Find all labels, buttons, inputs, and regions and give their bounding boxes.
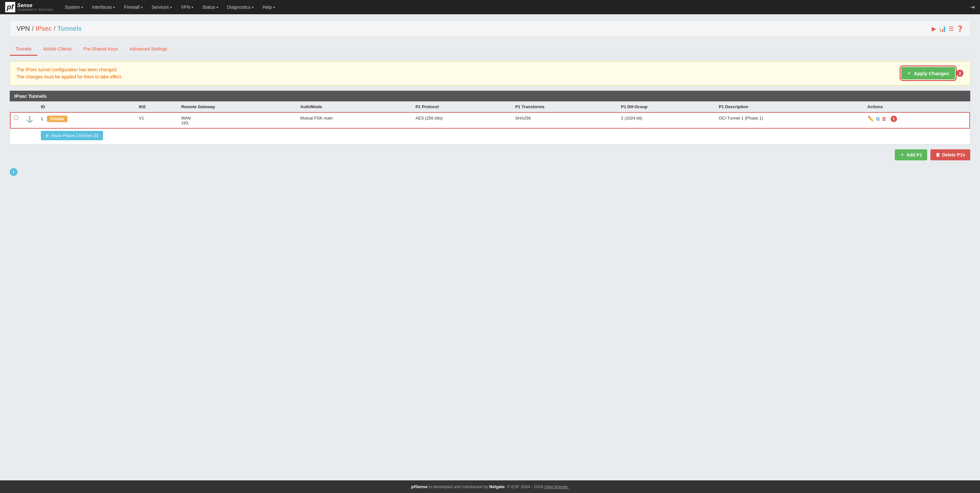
checkmark-icon: ✓ [907, 70, 911, 76]
nav-vpn[interactable]: VPN ▾ [177, 3, 197, 12]
logout-icon[interactable]: ⇥ [970, 3, 975, 11]
help-icon[interactable]: ❓ [956, 25, 964, 32]
delete-p1s-trash-icon: 🗑 [935, 152, 940, 157]
copy-icon[interactable]: ⧉ [876, 116, 880, 122]
tunnels-table: ID IKE Remote Gateway Auth/Mode P1 Proto… [10, 101, 970, 144]
col-p1-transforms: P1 Transforms [511, 101, 617, 113]
table-header-row: ID IKE Remote Gateway Auth/Mode P1 Proto… [10, 101, 970, 113]
table-wrapper: ID IKE Remote Gateway Auth/Mode P1 Proto… [10, 101, 970, 145]
nav-interfaces[interactable]: Interfaces ▾ [88, 3, 119, 12]
col-auth-mode: Auth/Mode [296, 101, 412, 113]
nav-system[interactable]: System ▾ [61, 3, 87, 12]
tab-pre-shared-keys[interactable]: Pre-Shared Keys [78, 43, 124, 56]
col-p1-description: P1 Description [715, 101, 864, 113]
breadcrumb-icons: ▶ 📊 ☰ ❓ [932, 25, 964, 32]
row-checkbox[interactable] [14, 116, 18, 120]
row-p1-dh-group: 2 (1024 bit) [617, 112, 715, 128]
row-remote-gateway: WAN 193. [177, 112, 296, 128]
footer-middle: is developed and maintained by [428, 484, 489, 489]
alert-text: The IPsec tunnel configuration has been … [16, 66, 123, 81]
alert-line2: The changes must be applied for them to … [16, 73, 123, 80]
row-ike: V1 [135, 112, 177, 128]
row-actions: ✏️ ⧉ 🗑 1 [864, 112, 970, 128]
show-phase2-button[interactable]: ⊕ Show Phase 2 Entries (0) [41, 131, 103, 140]
table-row: ⚓ 1 Disable V1 WAN 193. Mutual PSK [10, 112, 970, 128]
nav-items: System ▾ Interfaces ▾ Firewall ▾ Service… [61, 3, 970, 12]
play-icon[interactable]: ▶ [932, 25, 936, 32]
anchor-icon[interactable]: ⚓ [26, 116, 33, 122]
phase2-row: ⊕ Show Phase 2 Entries (0) [10, 128, 970, 144]
apply-changes-badge: 2 [956, 70, 964, 77]
show-phase2-label: Show Phase 2 Entries (0) [51, 133, 99, 138]
phase2-cell: ⊕ Show Phase 2 Entries (0) [37, 128, 970, 144]
row-p1-protocol: AES (256 bits) [412, 112, 511, 128]
nav-help[interactable]: Help ▾ [259, 3, 279, 12]
add-p1-button[interactable]: ＋ Add P1 [895, 149, 927, 160]
row-id: 1 [41, 116, 43, 121]
col-id: ID [37, 101, 135, 113]
nav-services[interactable]: Services ▾ [148, 3, 176, 12]
breadcrumb-sep2: / [54, 25, 56, 32]
bottom-buttons: ＋ Add P1 🗑 Delete P1s [10, 145, 970, 165]
chart-icon[interactable]: 📊 [939, 25, 946, 32]
nav-status[interactable]: Status ▾ [198, 3, 222, 12]
navbar: pf Sense COMMUNITY EDITION System ▾ Inte… [0, 0, 980, 14]
col-remote-gateway: Remote Gateway [177, 101, 296, 113]
row-rg-line2: 193. [181, 120, 293, 125]
brand-text: Sense COMMUNITY EDITION [17, 3, 53, 11]
nav-firewall[interactable]: Firewall ▾ [120, 3, 146, 12]
actions-cell: ✏️ ⧉ 🗑 1 [867, 116, 966, 122]
footer-text: pfSense is developed and maintained by N… [411, 484, 569, 489]
delete-p1s-button[interactable]: 🗑 Delete P1s [931, 149, 970, 160]
plus-icon: ⊕ [45, 133, 49, 138]
apply-changes-label: Apply Changes [914, 71, 949, 76]
table-section-header: IPsec Tunnels [10, 91, 970, 101]
add-p1-label: Add P1 [907, 152, 922, 157]
row-status-cell: 1 Disable [37, 112, 135, 128]
tab-mobile-clients[interactable]: Mobile Clients [37, 43, 78, 56]
footer-pfsense: pfSense [411, 484, 428, 489]
phase2-empty [10, 128, 37, 144]
breadcrumb-tunnels: Tunnels [57, 25, 82, 32]
row-anchor-cell: ⚓ [22, 112, 37, 128]
col-checkbox [10, 101, 22, 113]
col-actions: Actions [864, 101, 970, 113]
info-icon[interactable]: i [10, 168, 18, 176]
breadcrumb-sep1: / [32, 25, 34, 32]
row-rg-line1: WAN [181, 116, 293, 120]
delete-p1s-label: Delete P1s [942, 152, 965, 157]
tabs-bar: Tunnels Mobile Clients Pre-Shared Keys A… [10, 43, 970, 56]
edit-icon[interactable]: ✏️ [867, 116, 874, 122]
breadcrumb-bar: VPN / IPsec / Tunnels ▶ 📊 ☰ ❓ [10, 21, 970, 36]
footer: pfSense is developed and maintained by N… [0, 480, 980, 493]
breadcrumb-ipsec[interactable]: IPsec [36, 25, 52, 32]
list-icon[interactable]: ☰ [948, 25, 954, 32]
footer-view-license[interactable]: View license. [544, 484, 569, 489]
row-badge: 1 [891, 116, 897, 122]
col-ike: IKE [135, 101, 177, 113]
footer-netgate: Netgate [489, 484, 505, 489]
breadcrumb: VPN / IPsec / Tunnels [16, 25, 82, 32]
row-p1-transforms: SHA256 [511, 112, 617, 128]
row-auth-mode: Mutual PSK main [296, 112, 412, 128]
breadcrumb-vpn: VPN [16, 25, 30, 32]
tab-advanced-settings[interactable]: Advanced Settings [124, 43, 173, 56]
footer-after: . © ESF 2004 - 2024 [504, 484, 544, 489]
add-p1-plus-icon: ＋ [900, 152, 905, 158]
nav-diagnostics[interactable]: Diagnostics ▾ [223, 3, 257, 12]
col-p1-protocol: P1 Protocol [412, 101, 511, 113]
alert-box: The IPsec tunnel configuration has been … [10, 61, 970, 86]
row-p1-description: OCI Tunnel 1 (Phase 1) [715, 112, 864, 128]
disable-badge[interactable]: Disable [47, 116, 67, 122]
page-content: VPN / IPsec / Tunnels ▶ 📊 ☰ ❓ Tunnels Mo… [0, 14, 980, 480]
info-icon-section: i [10, 168, 970, 176]
tab-tunnels[interactable]: Tunnels [10, 43, 37, 56]
logo-box: pf [5, 2, 15, 12]
apply-changes-wrapper: ✓ Apply Changes 2 [901, 67, 964, 79]
alert-line1: The IPsec tunnel configuration has been … [16, 66, 123, 73]
delete-icon[interactable]: 🗑 [881, 116, 887, 122]
brand: pf Sense COMMUNITY EDITION [5, 2, 53, 12]
col-p1-dh-group: P1 DH-Group [617, 101, 715, 113]
apply-changes-button[interactable]: ✓ Apply Changes [901, 67, 955, 79]
row-checkbox-cell [10, 112, 22, 128]
